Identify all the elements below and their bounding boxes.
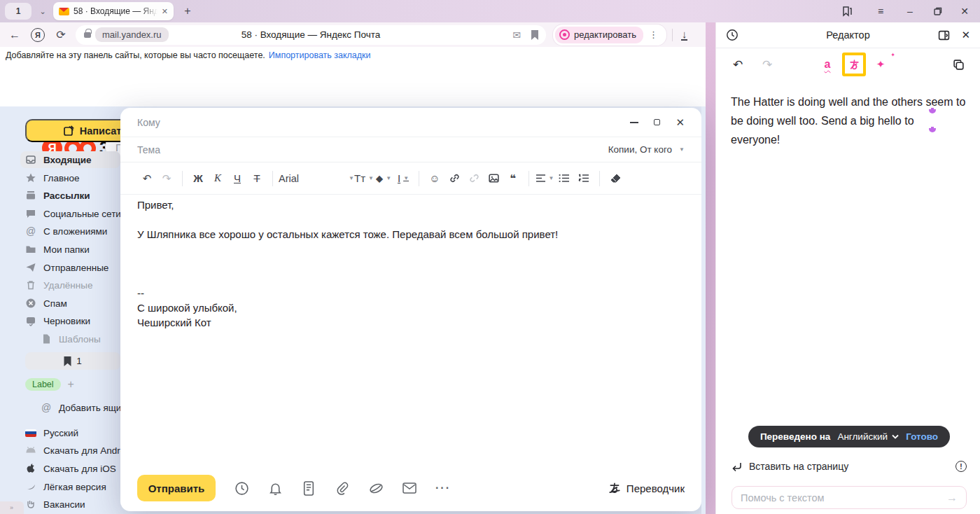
spellcheck-icon[interactable]: a bbox=[817, 54, 838, 75]
insert-image-icon[interactable] bbox=[484, 168, 503, 189]
sidebar-item-spam[interactable]: Спам bbox=[25, 295, 120, 312]
new-tab-button[interactable]: + bbox=[179, 4, 196, 19]
message-body[interactable]: Привет, У Шляпника все хорошо у остальны… bbox=[137, 197, 683, 330]
underline-button[interactable]: Ч bbox=[227, 168, 247, 189]
window-minimize-button[interactable]: – bbox=[897, 0, 923, 22]
copy-icon[interactable] bbox=[948, 54, 969, 75]
label-tag[interactable]: Label bbox=[25, 378, 61, 391]
ai-prompt-input[interactable] bbox=[741, 492, 946, 503]
download-android-link[interactable]: Скачать для Android bbox=[25, 442, 120, 459]
sidebar-item-main[interactable]: Главное bbox=[25, 169, 120, 186]
drafts-icon bbox=[25, 315, 36, 326]
add-label-icon[interactable]: + bbox=[68, 378, 74, 391]
insert-link-icon[interactable] bbox=[444, 168, 464, 189]
sidebar-item-sent[interactable]: Отправленные bbox=[25, 259, 120, 276]
font-size-button[interactable]: Tт▼ bbox=[354, 168, 374, 189]
insert-on-page-row[interactable]: Вставить на страницу ! bbox=[732, 461, 967, 472]
template-icon[interactable] bbox=[301, 480, 316, 496]
edit-with-neuro-button[interactable]: редактировать bbox=[555, 27, 643, 43]
add-mailbox-button[interactable]: @ Добавить ящик bbox=[41, 399, 125, 416]
eraser-icon[interactable] bbox=[606, 168, 625, 189]
tab-group-counter[interactable]: 1 bbox=[5, 3, 31, 20]
language-selector[interactable]: Русский bbox=[25, 424, 120, 441]
highlight-color-button[interactable]: ⬥▼ bbox=[374, 168, 393, 189]
envelope-icon[interactable] bbox=[402, 480, 417, 496]
done-button[interactable]: Готово bbox=[906, 431, 938, 442]
footer-item-label: Скачать для Android bbox=[43, 445, 133, 456]
sidebar-item-newsletters[interactable]: Рассылки bbox=[25, 187, 120, 204]
panel-close-icon[interactable]: ✕ bbox=[961, 29, 970, 41]
back-icon[interactable]: ← bbox=[4, 29, 25, 41]
compose-close-icon[interactable]: ✕ bbox=[676, 116, 685, 129]
url-field[interactable]: mail.yandex.ru 58 · Входящие — Яндекс По… bbox=[76, 25, 546, 45]
sidebar-item-my-folders[interactable]: Мои папки bbox=[25, 241, 120, 258]
yandex-badge-icon[interactable]: Я bbox=[31, 28, 45, 42]
sidebar-item-drafts[interactable]: Черновики bbox=[25, 312, 120, 329]
editor-undo-icon[interactable]: ↶ bbox=[727, 54, 748, 75]
submit-arrow-icon[interactable]: → bbox=[946, 492, 958, 504]
edit-options-kebab-icon[interactable]: ⋮ bbox=[643, 29, 664, 40]
import-bookmarks-link[interactable]: Импортировать закладки bbox=[269, 50, 371, 60]
window-restore-button[interactable] bbox=[925, 0, 951, 22]
strikethrough-button[interactable]: Т bbox=[247, 168, 267, 189]
tab-close-icon[interactable]: ✕ bbox=[162, 7, 168, 16]
selection-handle[interactable] bbox=[929, 128, 936, 132]
url-text[interactable]: mail.yandex.ru bbox=[95, 27, 169, 42]
sidebar-item-attachments[interactable]: @ С вложениями bbox=[25, 223, 120, 239]
history-clock-icon[interactable] bbox=[726, 29, 738, 41]
compose-to-row[interactable]: Кому ✕ bbox=[120, 108, 701, 137]
redo-icon[interactable]: ↷ bbox=[157, 168, 176, 189]
compose-minimize-icon[interactable] bbox=[630, 122, 638, 123]
vacancies-link[interactable]: Вакансии bbox=[25, 496, 120, 513]
ai-prompt-box[interactable]: → bbox=[732, 486, 967, 509]
editor-redo-icon[interactable]: ↷ bbox=[757, 54, 778, 75]
open-in-window-icon[interactable] bbox=[938, 29, 950, 41]
panel-bookmarks-icon[interactable] bbox=[834, 0, 860, 22]
bookmark-icon[interactable] bbox=[531, 30, 539, 40]
sidebar-collapse-widget[interactable]: » bbox=[0, 501, 24, 514]
quote-icon[interactable]: ❝ bbox=[503, 168, 523, 189]
cc-from-toggle[interactable]: Копии, От кого ▼ bbox=[608, 144, 685, 155]
numbered-list-icon[interactable] bbox=[574, 168, 594, 189]
translated-text[interactable]: The Hatter is doing well and the others … bbox=[731, 92, 966, 149]
sidebar-item-trash[interactable]: Удалённые bbox=[25, 277, 120, 293]
bullet-list-icon[interactable] bbox=[554, 168, 574, 189]
more-options-icon[interactable]: ··· bbox=[435, 480, 451, 496]
attach-paperclip-icon[interactable] bbox=[335, 480, 350, 496]
download-ios-link[interactable]: Скачать для iOS bbox=[25, 460, 120, 477]
browser-tab[interactable]: 58 · Входящие — Янде ✕ bbox=[53, 2, 174, 20]
text-color-button[interactable]: I▼ bbox=[393, 168, 413, 189]
undo-icon[interactable]: ↶ bbox=[137, 168, 157, 189]
signature-pen-icon[interactable] bbox=[368, 480, 384, 496]
downloads-icon[interactable]: ↓ bbox=[681, 29, 688, 41]
refresh-icon[interactable]: ⟳ bbox=[50, 28, 71, 41]
sidebar-item-inbox[interactable]: Входящие bbox=[20, 151, 120, 168]
menu-icon[interactable]: ≡ bbox=[868, 0, 893, 22]
tab-list-chevron-icon[interactable]: ⌄ bbox=[35, 3, 50, 20]
light-version-link[interactable]: Лёгкая версия bbox=[25, 478, 120, 495]
bold-button[interactable]: Ж bbox=[188, 168, 208, 189]
sidebar-item-social[interactable]: Социальные сети bbox=[25, 205, 120, 222]
sidebar-bookmarks-pill[interactable]: 1 bbox=[25, 352, 120, 370]
emoji-icon[interactable]: ☺ bbox=[425, 168, 444, 189]
compose-subject-row[interactable]: Тема Копии, От кого ▼ bbox=[120, 137, 701, 162]
font-family-select[interactable]: Arial▼ bbox=[279, 173, 354, 184]
italic-button[interactable]: К bbox=[208, 168, 227, 189]
align-button[interactable]: ▼ bbox=[535, 168, 554, 189]
selection-handle[interactable] bbox=[929, 109, 936, 113]
spam-icon bbox=[25, 298, 36, 309]
remove-link-icon[interactable] bbox=[464, 168, 484, 189]
window-close-button[interactable]: ✕ bbox=[952, 0, 977, 22]
translate-highlight-box[interactable] bbox=[842, 53, 866, 76]
translator-button[interactable]: Переводчик bbox=[608, 482, 685, 494]
info-alert-icon[interactable]: ! bbox=[955, 461, 967, 472]
reminder-bell-icon[interactable] bbox=[267, 480, 283, 496]
ai-sparkles-icon[interactable]: ✦ bbox=[870, 54, 891, 75]
translate-icon bbox=[848, 59, 860, 71]
send-button[interactable]: Отправить bbox=[137, 475, 216, 501]
language-select[interactable]: Английский bbox=[837, 431, 899, 442]
compose-expand-icon[interactable] bbox=[654, 119, 660, 125]
sidebar-item-label: Отправленные bbox=[43, 263, 108, 273]
email-mode-icon[interactable]: ✉ bbox=[512, 29, 521, 41]
send-later-clock-icon[interactable] bbox=[234, 480, 249, 496]
